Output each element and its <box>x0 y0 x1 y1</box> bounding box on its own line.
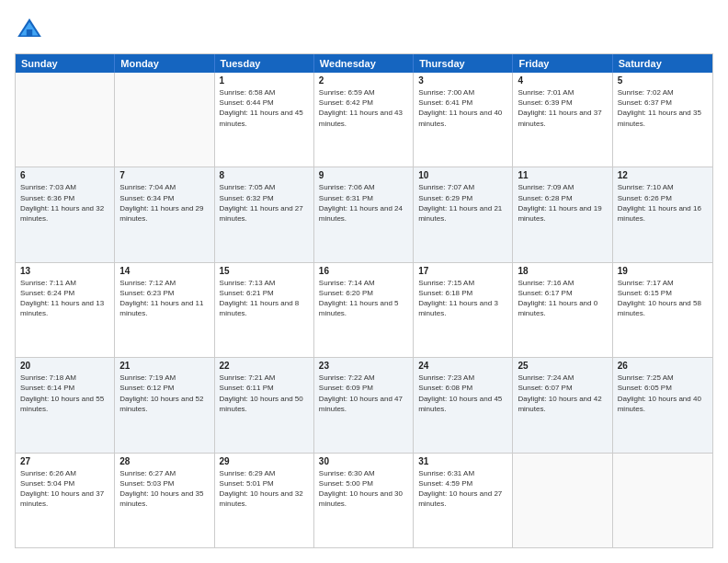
day-info: Sunrise: 6:31 AM Sunset: 4:59 PM Dayligh… <box>418 468 507 510</box>
day-info: Sunrise: 7:01 AM Sunset: 6:39 PM Dayligh… <box>518 87 607 129</box>
day-number: 4 <box>518 75 607 86</box>
day-cell: 13Sunrise: 7:11 AM Sunset: 6:24 PM Dayli… <box>16 263 115 357</box>
day-cell: 24Sunrise: 7:23 AM Sunset: 6:08 PM Dayli… <box>414 358 513 452</box>
day-cell: 29Sunrise: 6:29 AM Sunset: 5:01 PM Dayli… <box>215 454 314 547</box>
day-info: Sunrise: 7:05 AM Sunset: 6:32 PM Dayligh… <box>220 182 309 224</box>
day-cell: 2Sunrise: 6:59 AM Sunset: 6:42 PM Daylig… <box>314 73 414 167</box>
day-info: Sunrise: 7:12 AM Sunset: 6:23 PM Dayligh… <box>119 278 209 319</box>
day-header: Thursday <box>414 54 513 73</box>
week-row: 13Sunrise: 7:11 AM Sunset: 6:24 PM Dayli… <box>16 263 712 358</box>
day-number: 17 <box>418 266 507 276</box>
day-number: 28 <box>119 456 209 466</box>
header <box>15 15 713 44</box>
day-info: Sunrise: 7:19 AM Sunset: 6:12 PM Dayligh… <box>119 373 209 414</box>
day-info: Sunrise: 7:00 AM Sunset: 6:41 PM Dayligh… <box>418 87 507 129</box>
day-number: 31 <box>418 456 507 466</box>
day-header: Saturday <box>613 54 712 73</box>
day-info: Sunrise: 7:04 AM Sunset: 6:34 PM Dayligh… <box>119 182 209 224</box>
day-number: 27 <box>20 456 109 466</box>
day-number: 29 <box>220 456 309 466</box>
day-header: Friday <box>513 54 612 73</box>
day-cell: 12Sunrise: 7:10 AM Sunset: 6:26 PM Dayli… <box>613 167 712 261</box>
day-number: 12 <box>618 170 708 180</box>
day-cell: 23Sunrise: 7:22 AM Sunset: 6:09 PM Dayli… <box>314 358 414 452</box>
day-number: 6 <box>20 170 109 180</box>
logo-icon <box>15 15 44 44</box>
day-number: 16 <box>319 266 408 276</box>
day-cell: 26Sunrise: 7:25 AM Sunset: 6:05 PM Dayli… <box>613 358 712 452</box>
day-number: 24 <box>418 361 507 371</box>
day-number: 15 <box>220 266 309 276</box>
day-number: 1 <box>220 75 309 86</box>
week-row: 20Sunrise: 7:18 AM Sunset: 6:14 PM Dayli… <box>16 358 712 453</box>
day-cell: 30Sunrise: 6:30 AM Sunset: 5:00 PM Dayli… <box>314 454 414 547</box>
day-cell: 16Sunrise: 7:14 AM Sunset: 6:20 PM Dayli… <box>314 263 414 357</box>
day-cell: 18Sunrise: 7:16 AM Sunset: 6:17 PM Dayli… <box>513 263 612 357</box>
day-cell: 11Sunrise: 7:09 AM Sunset: 6:28 PM Dayli… <box>513 167 612 261</box>
day-header: Tuesday <box>215 54 314 73</box>
day-info: Sunrise: 7:25 AM Sunset: 6:05 PM Dayligh… <box>618 373 708 414</box>
day-info: Sunrise: 6:29 AM Sunset: 5:01 PM Dayligh… <box>220 468 309 510</box>
day-cell <box>115 73 214 167</box>
day-cell: 27Sunrise: 6:26 AM Sunset: 5:04 PM Dayli… <box>16 454 115 547</box>
day-cell <box>513 454 612 547</box>
day-cell: 15Sunrise: 7:13 AM Sunset: 6:21 PM Dayli… <box>215 263 314 357</box>
day-number: 3 <box>418 75 507 86</box>
day-cell: 3Sunrise: 7:00 AM Sunset: 6:41 PM Daylig… <box>414 73 513 167</box>
day-number: 13 <box>20 266 109 276</box>
day-info: Sunrise: 6:58 AM Sunset: 6:44 PM Dayligh… <box>220 87 309 129</box>
week-row: 6Sunrise: 7:03 AM Sunset: 6:36 PM Daylig… <box>16 167 712 262</box>
day-cell: 20Sunrise: 7:18 AM Sunset: 6:14 PM Dayli… <box>16 358 115 452</box>
day-number: 5 <box>618 75 708 86</box>
day-info: Sunrise: 7:24 AM Sunset: 6:07 PM Dayligh… <box>518 373 607 414</box>
day-info: Sunrise: 7:11 AM Sunset: 6:24 PM Dayligh… <box>20 278 109 319</box>
day-cell: 4Sunrise: 7:01 AM Sunset: 6:39 PM Daylig… <box>513 73 612 167</box>
week-row: 1Sunrise: 6:58 AM Sunset: 6:44 PM Daylig… <box>16 73 712 167</box>
day-info: Sunrise: 7:23 AM Sunset: 6:08 PM Dayligh… <box>418 373 507 414</box>
day-header: Sunday <box>16 54 115 73</box>
day-number: 26 <box>618 361 708 371</box>
day-cell: 1Sunrise: 6:58 AM Sunset: 6:44 PM Daylig… <box>215 73 314 167</box>
day-cell: 8Sunrise: 7:05 AM Sunset: 6:32 PM Daylig… <box>215 167 314 261</box>
day-number: 22 <box>220 361 309 371</box>
day-cell: 5Sunrise: 7:02 AM Sunset: 6:37 PM Daylig… <box>613 73 712 167</box>
day-number: 21 <box>119 361 209 371</box>
day-cell: 14Sunrise: 7:12 AM Sunset: 6:23 PM Dayli… <box>115 263 214 357</box>
day-number: 9 <box>319 170 408 180</box>
day-number: 14 <box>119 266 209 276</box>
day-cell: 31Sunrise: 6:31 AM Sunset: 4:59 PM Dayli… <box>414 454 513 547</box>
day-info: Sunrise: 7:18 AM Sunset: 6:14 PM Dayligh… <box>20 373 109 414</box>
day-number: 20 <box>20 361 109 371</box>
day-info: Sunrise: 7:21 AM Sunset: 6:11 PM Dayligh… <box>220 373 309 414</box>
svg-rect-2 <box>27 29 32 37</box>
day-number: 30 <box>319 456 408 466</box>
day-info: Sunrise: 7:03 AM Sunset: 6:36 PM Dayligh… <box>20 182 109 224</box>
week-row: 27Sunrise: 6:26 AM Sunset: 5:04 PM Dayli… <box>16 454 712 547</box>
page: SundayMondayTuesdayWednesdayThursdayFrid… <box>0 0 728 563</box>
day-number: 11 <box>518 170 607 180</box>
logo <box>15 15 48 44</box>
day-cell: 10Sunrise: 7:07 AM Sunset: 6:29 PM Dayli… <box>414 167 513 261</box>
day-cell: 9Sunrise: 7:06 AM Sunset: 6:31 PM Daylig… <box>314 167 414 261</box>
calendar: SundayMondayTuesdayWednesdayThursdayFrid… <box>15 53 713 548</box>
day-number: 23 <box>319 361 408 371</box>
day-number: 18 <box>518 266 607 276</box>
day-cell: 22Sunrise: 7:21 AM Sunset: 6:11 PM Dayli… <box>215 358 314 452</box>
day-cell: 28Sunrise: 6:27 AM Sunset: 5:03 PM Dayli… <box>115 454 214 547</box>
day-info: Sunrise: 7:15 AM Sunset: 6:18 PM Dayligh… <box>418 278 507 319</box>
day-info: Sunrise: 7:13 AM Sunset: 6:21 PM Dayligh… <box>220 278 309 319</box>
day-cell <box>613 454 712 547</box>
day-info: Sunrise: 6:30 AM Sunset: 5:00 PM Dayligh… <box>319 468 408 510</box>
day-cell <box>16 73 115 167</box>
day-info: Sunrise: 7:10 AM Sunset: 6:26 PM Dayligh… <box>618 182 708 224</box>
day-cell: 7Sunrise: 7:04 AM Sunset: 6:34 PM Daylig… <box>115 167 214 261</box>
day-number: 10 <box>418 170 507 180</box>
day-info: Sunrise: 6:27 AM Sunset: 5:03 PM Dayligh… <box>119 468 209 510</box>
day-info: Sunrise: 7:09 AM Sunset: 6:28 PM Dayligh… <box>518 182 607 224</box>
day-number: 8 <box>220 170 309 180</box>
day-info: Sunrise: 7:07 AM Sunset: 6:29 PM Dayligh… <box>418 182 507 224</box>
day-number: 2 <box>319 75 408 86</box>
day-cell: 21Sunrise: 7:19 AM Sunset: 6:12 PM Dayli… <box>115 358 214 452</box>
day-cell: 6Sunrise: 7:03 AM Sunset: 6:36 PM Daylig… <box>16 167 115 261</box>
day-cell: 25Sunrise: 7:24 AM Sunset: 6:07 PM Dayli… <box>513 358 612 452</box>
